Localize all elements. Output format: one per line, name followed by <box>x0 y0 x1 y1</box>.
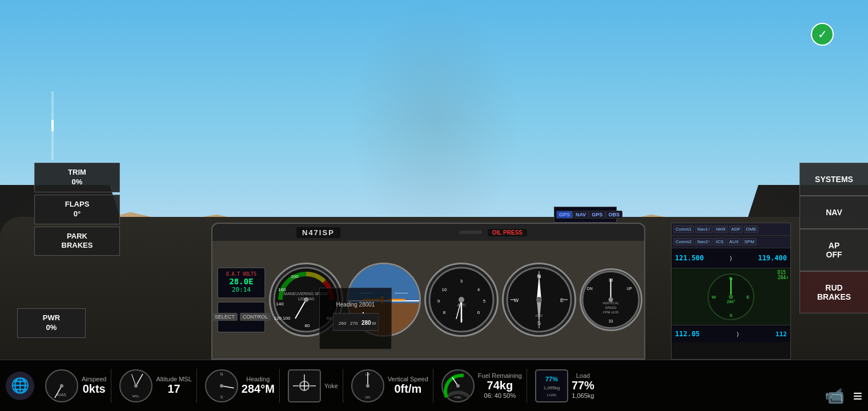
nav-button[interactable]: NAV <box>799 196 868 229</box>
svg-text:4: 4 <box>477 287 480 292</box>
freq3-display: 112.05 <box>675 330 700 338</box>
park-brakes-button[interactable]: PARKBRAKES <box>34 227 120 256</box>
mfd-compass: N E S W 284° <box>705 271 757 323</box>
trim-indicator <box>51 91 54 160</box>
avionics-top-buttons: Comm1 Nav1↑ NKR ADF DME <box>672 223 790 236</box>
avionics-panel: Comm1 Nav1↑ NKR ADF DME Comm2 Nav2↑ ICS … <box>671 223 791 360</box>
svg-text:FUEL: FUEL <box>454 396 461 399</box>
ics-btn[interactable]: ICS <box>714 238 726 245</box>
svg-text:10: 10 <box>442 287 447 292</box>
svg-point-80 <box>366 384 369 388</box>
svg-text:270: 270 <box>350 321 358 326</box>
svg-text:W: W <box>712 295 716 300</box>
yoke-mini-display <box>287 369 322 403</box>
svg-text:E: E <box>560 297 564 303</box>
svg-text:80: 80 <box>305 323 310 328</box>
adf-btn[interactable]: ADF <box>729 225 743 233</box>
svg-text:VERTICAL: VERTICAL <box>602 301 620 304</box>
svg-text:N: N <box>220 372 223 376</box>
svg-text:OBS: OBS <box>536 314 543 317</box>
svg-text:W: W <box>372 321 376 326</box>
sky-background <box>0 0 868 226</box>
svg-point-57 <box>60 384 63 388</box>
flaps-button[interactable]: FLAPS 0° <box>34 195 120 224</box>
svg-text:77%: 77% <box>545 376 558 382</box>
svg-text:280: 280 <box>361 320 371 326</box>
systems-button[interactable]: SYSTEMS <box>799 163 868 196</box>
fuel-mini-gauge: FUEL <box>441 369 475 403</box>
instrument-panel: N47ISP OIL PRESS O.A.T VOLTS 28.0E 20:14… <box>211 223 645 360</box>
gps-nav-bar: GPS NAV GPS OBS <box>554 207 617 223</box>
svg-text:5: 5 <box>483 299 486 304</box>
svg-point-62 <box>134 384 138 388</box>
aux-btn[interactable]: AUX <box>727 238 741 245</box>
svg-point-22 <box>459 297 464 303</box>
pwr-button[interactable]: PWR 0% <box>17 308 86 338</box>
yoke-status: Yoke <box>283 369 343 403</box>
svg-text:MSL: MSL <box>132 394 140 398</box>
heading-mini-gauge: N S <box>204 369 239 403</box>
nav-btn[interactable]: NAV <box>573 211 589 219</box>
heading-gauge: N E S W OBS <box>502 263 576 337</box>
comm1-btn[interactable]: Comm1 <box>673 225 694 233</box>
avionics-second-row: Comm2 Nav2↑ ICS AUX SPM <box>672 236 790 248</box>
left-controls-panel: TRIM 0% FLAPS 0° PARKBRAKES <box>34 163 120 256</box>
load-mini-gauge: 77% 1,065kg LOAD <box>535 369 569 403</box>
obs-btn[interactable]: OBS <box>605 211 622 219</box>
svg-text:UP: UP <box>626 287 632 291</box>
bottom-right-controls: 📹 ≡ <box>825 386 862 405</box>
left-small-instruments: O.A.T VOLTS 28.0E 20:14 SELECT CONTROL <box>217 267 266 333</box>
menu-icon-button[interactable]: ≡ <box>853 387 862 405</box>
svg-text:SPEED: SPEED <box>605 305 616 309</box>
mfd-display: N E S W 284° D15 284↑ <box>672 268 790 325</box>
svg-text:S: S <box>220 395 223 399</box>
dme-btn[interactable]: DME <box>744 225 759 233</box>
bottom-freq-display: 112.05 ⟩ 112 <box>672 325 790 342</box>
svg-text:3: 3 <box>460 279 463 284</box>
svg-text:DN: DN <box>365 396 371 399</box>
altitude-mini-gauge: MSL <box>119 369 153 403</box>
panel-top-bar: N47ISP OIL PRESS <box>212 224 644 241</box>
svg-point-68 <box>220 384 223 388</box>
ap-off-button[interactable]: APOFF <box>799 229 868 271</box>
svg-text:200: 200 <box>291 274 299 279</box>
control-btn-small[interactable]: CONTROL <box>240 313 271 321</box>
aircraft-id-display: N47ISP <box>296 227 340 238</box>
svg-text:S: S <box>729 313 732 318</box>
rud-brakes-button[interactable]: RUDBRAKES <box>799 271 868 313</box>
svg-text:33: 33 <box>609 319 613 323</box>
heading-status: N S Heading 284°M <box>200 369 280 403</box>
svg-point-83 <box>456 384 460 388</box>
pwr-section: PWR 0% <box>17 308 86 338</box>
svg-point-35 <box>536 297 542 303</box>
nav2-btn[interactable]: Nav2↑ <box>695 238 713 245</box>
altitude-status: MSL Altitude MSL 17 <box>114 369 196 403</box>
select-control-display: SELECT CONTROL <box>217 301 266 333</box>
spm-btn[interactable]: SPM <box>742 238 757 245</box>
radio-freq-display: 121.500 ⟩ 119.400 <box>672 248 790 268</box>
comm2-btn[interactable]: Comm2 <box>673 238 694 245</box>
svg-text:120 100: 120 100 <box>274 316 291 321</box>
svg-text:260: 260 <box>339 321 347 326</box>
fuel-status: FUEL Fuel Remaining 74kg 06: 40 50% <box>436 369 527 403</box>
svg-text:W: W <box>514 297 519 303</box>
trim-marker-position <box>51 120 54 131</box>
nav1-btn[interactable]: Nav1↑ <box>695 225 713 233</box>
svg-text:1,065kg: 1,065kg <box>544 385 560 390</box>
globe-icon-button[interactable]: 🌐 <box>6 372 34 400</box>
oil-press-indicator: OIL PRESS <box>488 229 527 236</box>
instruments-row: O.A.T VOLTS 28.0E 20:14 SELECT CONTROL <box>212 241 644 358</box>
gps-btn[interactable]: GPS <box>556 211 573 219</box>
heading-display-text: Heading 28001 <box>336 301 375 308</box>
gps2-btn[interactable]: GPS <box>589 211 605 219</box>
vs-mini-gauge: UP DN <box>351 369 385 403</box>
nkr-btn[interactable]: NKR <box>714 225 728 233</box>
airspeed-status: KIAS Airspeed 0kts <box>40 369 111 403</box>
check-icon-button[interactable]: ✓ <box>811 23 834 46</box>
svg-text:KIAS: KIAS <box>57 393 66 397</box>
trim-button[interactable]: TRIM 0% <box>34 163 120 192</box>
freq1-display: 121.500 <box>675 254 704 262</box>
select-btn[interactable]: SELECT <box>212 313 238 321</box>
airspeed-mini-gauge: KIAS <box>45 369 79 403</box>
video-icon-button[interactable]: 📹 <box>825 386 845 405</box>
